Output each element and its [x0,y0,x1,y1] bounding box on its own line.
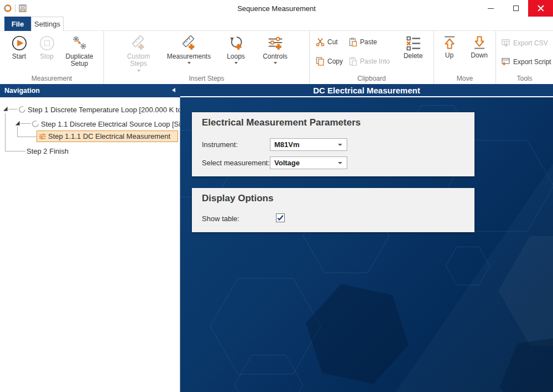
group-label-clipboard: Clipboard [310,75,434,82]
tree-connector [8,109,18,109]
copy-button[interactable]: Copy [316,55,343,67]
ribbon-group-insert-steps: Custom Steps Measurements [104,31,310,84]
select-measurement-label: Select measurement: [202,159,270,167]
move-down-icon [472,35,487,50]
loops-dropdown-caret [234,62,238,64]
controls-dropdown-caret [274,62,277,64]
close-button[interactable] [528,0,553,17]
checkmark-icon [277,215,284,221]
main-content: Electrical Measurement Parameters Instru… [180,97,553,392]
tree-item-step1[interactable]: Step 1 Discrete Temperature Loop [200.00… [18,104,180,115]
maximize-icon [513,6,519,11]
group-label-tools: Tools [496,75,553,82]
stop-icon [39,35,55,51]
paste-into-icon [348,57,357,66]
show-table-label: Show table: [202,215,239,223]
loops-button[interactable]: Loops [224,35,248,64]
loops-icon [228,35,244,51]
export-script-button[interactable]: Export Script [502,56,551,68]
ribbon-group-clipboard: Cut Copy [310,31,434,84]
show-table-checkbox[interactable] [276,213,285,222]
move-down-button[interactable]: Down [468,35,491,59]
close-icon [538,5,544,12]
ribbon: Start Stop [0,31,553,84]
duplicate-setup-icon [71,35,88,51]
chevron-down-icon [338,144,342,146]
custom-steps-button[interactable]: Custom Steps [123,35,154,72]
custom-steps-icon [131,35,147,51]
tab-file[interactable]: File [4,17,31,31]
paste-button[interactable]: Paste [348,36,390,48]
paste-into-button[interactable]: Paste Into [348,55,390,67]
instrument-label: Instrument: [202,140,238,149]
tree-connector [5,113,6,151]
tree-connector [17,127,18,137]
start-icon [11,35,28,51]
minimize-icon [488,8,494,9]
tree-connector [17,137,36,137]
group-label-measurement: Measurement [0,75,103,82]
measurements-button[interactable]: Measurements [166,35,212,64]
group-label-insert-steps: Insert Steps [104,75,309,82]
export-csv-button[interactable]: Export CSV [502,37,548,49]
maximize-button[interactable] [503,0,528,17]
navigation-tree: Step 1 Discrete Temperature Loop [200.00… [0,97,180,392]
copy-icon [316,57,325,66]
expander-icon[interactable] [2,106,8,112]
tree-item-step1-1-1-selected[interactable]: Step 1.1.1 DC Electrical Measurement [36,130,178,142]
tree-connector [5,151,25,151]
cut-icon [316,38,325,46]
controls-icon [267,35,284,51]
tab-settings[interactable]: Settings [31,17,64,31]
tree-connector [20,123,31,124]
ribbon-group-move: Up Down Move [434,31,496,84]
navigation-header: Navigation [0,84,180,97]
expander-icon[interactable] [14,120,20,126]
select-measurement-dropdown[interactable]: Voltage [270,156,347,169]
measurements-icon [181,35,197,51]
minimize-button[interactable] [478,0,503,17]
chevron-down-icon [338,162,342,164]
ribbon-group-tools: Export CSV Export Script Tools [496,31,553,84]
page-title: DC Electrical Measurement [180,84,553,97]
delete-icon [406,36,421,51]
delete-button[interactable]: Delete [399,36,427,67]
title-bar: Sequence Measurement [0,0,553,17]
measurements-dropdown-caret [187,62,191,64]
stop-button[interactable]: Stop [35,35,59,60]
electrical-measurement-parameters-panel: Electrical Measurement Parameters Instru… [192,112,474,176]
instrument-dropdown[interactable]: M81Vm [270,138,347,151]
tree-item-step2[interactable]: Step 2 Finish [27,145,69,156]
measurement-sliders-icon [39,133,46,140]
panel-title: Display Options [202,193,273,204]
window-title: Sequence Measurement [0,0,553,17]
loop-icon [18,106,26,113]
duplicate-setup-button[interactable]: Duplicate Setup [62,35,97,68]
ribbon-group-measurement: Start Stop [0,31,104,84]
ribbon-tab-row: File Settings [0,17,553,31]
group-label-move: Move [434,75,495,82]
loop-icon [32,120,39,128]
export-csv-icon [502,39,510,48]
start-button[interactable]: Start [7,35,32,60]
custom-steps-dropdown-caret [137,70,140,72]
controls-button[interactable]: Controls [260,35,290,64]
cut-button[interactable]: Cut [316,36,343,48]
collapse-nav-icon[interactable] [172,88,175,92]
app-window: Sequence Measurement File Settings [0,0,553,392]
export-script-icon [502,58,510,66]
tree-item-step1-1[interactable]: Step 1.1 Discrete Electrical Source Loop… [32,118,180,129]
paste-icon [348,38,357,46]
panel-title: Electrical Measurement Parameters [202,117,361,128]
move-up-button[interactable]: Up [440,35,460,59]
display-options-panel: Display Options Show table: [192,188,474,232]
move-up-icon [442,35,457,50]
